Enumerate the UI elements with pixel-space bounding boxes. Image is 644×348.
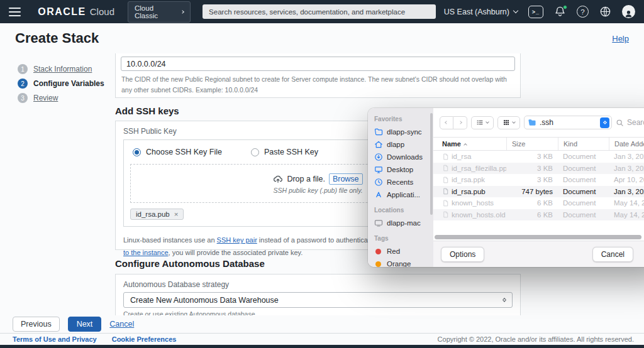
column-header-size[interactable]: Size [506, 138, 558, 150]
sidebar-scrollbar[interactable] [430, 113, 433, 215]
search-icon [616, 119, 624, 127]
document-icon [442, 153, 449, 160]
finder-search[interactable] [616, 118, 644, 127]
bottom-accent-strip [0, 345, 644, 348]
wizard-actions: Previous Next Cancel [0, 315, 644, 333]
finder-search-input[interactable] [627, 118, 644, 127]
topbar-right: US East (Ashburn) >_ ? [444, 5, 635, 18]
sidebar-item-dlapp-sync[interactable]: dlapp-sync [374, 126, 431, 138]
group-view-button[interactable] [497, 116, 520, 129]
cookie-preferences-link[interactable]: Cookie Preferences [112, 335, 177, 343]
step-number-badge: 1 [18, 64, 28, 74]
step-number-badge: 2 [18, 79, 28, 89]
file-row[interactable]: id_rsa_filezilla.ppk 3 KB Document Jan 3… [433, 163, 644, 175]
folder-path-dropdown[interactable]: .ssh [524, 116, 612, 129]
forward-button[interactable] [453, 116, 467, 129]
copyright-text: Copyright © 2022, Oracle and/or its affi… [438, 335, 634, 343]
oracle-cloud-logo: ORACLE Cloud [38, 6, 114, 18]
file-row[interactable]: id_rsa.ppk 3 KB Document Apr 10, 202 [433, 174, 644, 186]
oracle-cloud-console: ORACLE Cloud Cloud Classic US East (Ashb… [0, 0, 644, 348]
help-link[interactable]: Help [612, 34, 629, 43]
chevron-right-icon [180, 10, 184, 14]
home-icon [374, 140, 383, 149]
column-header-name[interactable]: Name [433, 138, 506, 150]
step-stack-information[interactable]: 1 Stack Information [18, 64, 104, 74]
next-button[interactable]: Next [68, 317, 102, 332]
file-list-empty-area [433, 220, 644, 233]
radio-unselected-icon [251, 148, 259, 156]
file-table-header: Name Size Kind Date Added [433, 137, 644, 151]
to-the-instance-link[interactable]: to the instance [123, 249, 169, 256]
sidebar-item-recents[interactable]: Recents [374, 176, 431, 188]
document-icon [442, 188, 449, 195]
path-stepper-icon [600, 117, 609, 128]
ssh-key-pair-link[interactable]: SSH key pair [217, 236, 257, 244]
cancel-link[interactable]: Cancel [109, 320, 134, 329]
radio-choose-ssh-key-file[interactable]: Choose SSH Key File [133, 148, 222, 156]
sidebar-item-dlapp-mac[interactable]: dlapp-mac [374, 217, 431, 229]
select-stepper-icon [503, 298, 506, 302]
sidebar-tag-red[interactable]: Red [374, 245, 431, 258]
chevron-down-icon [513, 8, 518, 13]
finder-toolbar: .ssh [433, 108, 644, 137]
region-selector[interactable]: US East (Ashburn) [444, 8, 518, 16]
step-review[interactable]: 3 Review [18, 93, 104, 103]
logo-oracle: ORACLE [38, 6, 86, 18]
cloud-shell-icon[interactable]: >_ [528, 6, 543, 18]
file-row[interactable]: known_hosts 6 KB Document May 14, 20 [433, 197, 644, 209]
grid-view-icon [502, 119, 510, 126]
finder-sidebar: Favorites dlapp-sync dlapp Downloads Des… [368, 108, 433, 267]
terms-link[interactable]: Terms of Use and Privacy [13, 335, 97, 343]
horizontal-scrollbar[interactable] [433, 233, 644, 241]
page-footer: Terms of Use and Privacy Cookie Preferen… [0, 333, 644, 345]
list-view-button[interactable] [471, 116, 494, 129]
chip-remove-icon[interactable]: × [174, 210, 179, 218]
subnet-cidr-help-text: The CIDR of the new Public Regional subn… [121, 74, 514, 95]
sidebar-item-desktop[interactable]: Desktop [374, 163, 431, 176]
applications-icon [374, 190, 383, 199]
drop-a-file-label: Drop a file. [287, 175, 325, 183]
logo-cloud: Cloud [90, 6, 114, 17]
radio-paste-ssh-key[interactable]: Paste SSH Key [251, 148, 318, 156]
red-tag-icon [375, 249, 381, 254]
sidebar-item-applications[interactable]: Applicati... [374, 188, 431, 201]
dialog-cancel-button[interactable]: Cancel [592, 247, 633, 262]
sidebar-item-dlapp[interactable]: dlapp [374, 138, 431, 151]
step-configure-variables: 2 Configure Variables [18, 79, 104, 89]
options-button[interactable]: Options [441, 247, 484, 262]
favorites-section-title: Favorites [374, 116, 431, 122]
sidebar-item-downloads[interactable]: Downloads [374, 151, 431, 163]
subnet-cidr-card: The CIDR of the new Public Regional subn… [115, 53, 521, 98]
document-icon [442, 211, 449, 218]
cloud-classic-button[interactable]: Cloud Classic [128, 1, 191, 23]
column-header-date-added[interactable]: Date Added [609, 138, 644, 150]
language-globe-icon[interactable] [599, 6, 611, 18]
ssh-section-heading: Add SSH keys [115, 106, 179, 116]
hamburger-menu-icon[interactable] [9, 8, 21, 16]
tags-section-title: Tags [374, 235, 431, 242]
back-button[interactable] [440, 116, 453, 129]
sort-ascending-icon [464, 143, 467, 147]
notifications-bell-icon[interactable] [554, 6, 566, 18]
adb-strategy-select[interactable]: Create New Autonomous Data Warehouse [123, 292, 513, 308]
global-search-input[interactable] [203, 4, 436, 19]
subnet-cidr-input[interactable] [121, 57, 515, 71]
column-header-kind[interactable]: Kind [558, 138, 609, 150]
file-row[interactable]: known_hosts.old 6 KB Document May 14, 20 [433, 209, 644, 221]
file-row-selected[interactable]: id_rsa.pub 747 bytes Document Jan 3, 202… [433, 186, 644, 198]
document-icon [442, 200, 449, 207]
orange-tag-icon [375, 261, 381, 267]
scrollbar-thumb[interactable] [435, 235, 641, 239]
clock-icon [374, 178, 383, 187]
folder-icon [374, 128, 383, 136]
user-avatar[interactable] [622, 5, 635, 18]
previous-button[interactable]: Previous [13, 317, 60, 332]
dialog-footer: Options Cancel [433, 241, 644, 267]
page-title: Create Stack [15, 30, 99, 46]
macos-file-dialog: Favorites dlapp-sync dlapp Downloads Des… [368, 108, 644, 267]
browse-link[interactable]: Browse [329, 173, 363, 185]
download-icon [374, 153, 383, 161]
help-icon[interactable]: ? [577, 6, 589, 18]
sidebar-tag-orange[interactable]: Orange [374, 258, 431, 267]
file-row[interactable]: id_rsa 3 KB Document Jan 3, 202 [433, 151, 644, 163]
